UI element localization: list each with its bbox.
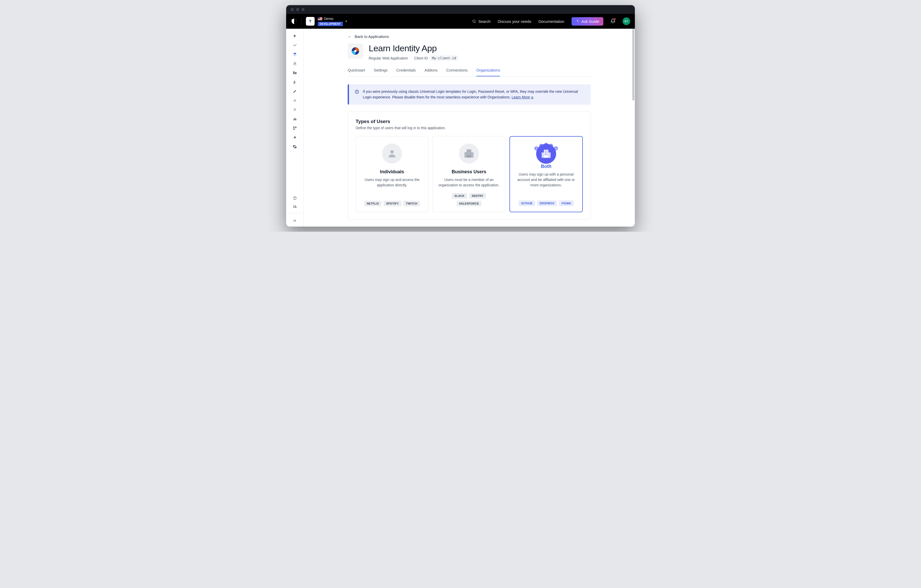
svg-point-37 — [536, 148, 537, 149]
card-icon — [459, 143, 479, 164]
tab-connections[interactable]: Connections — [446, 68, 467, 76]
sidebar-item-authentication[interactable] — [290, 60, 300, 67]
info-callout: If you were previously using classic Uni… — [348, 84, 591, 105]
tab-organizations[interactable]: Organizations — [477, 68, 500, 76]
search-label: Search — [478, 19, 490, 24]
scrollbar[interactable] — [632, 29, 635, 101]
sidebar-item-applications[interactable] — [290, 51, 300, 58]
topbar: T Demo DEVELOPMENT ▼ Search Discuss your… — [286, 14, 635, 29]
svg-rect-31 — [468, 151, 469, 151]
sidebar-help[interactable] — [290, 195, 300, 202]
user-type-card-both[interactable]: BothUsers may sign up with a personal ac… — [509, 136, 583, 212]
env-badge: DEVELOPMENT — [318, 22, 343, 26]
user-avatar[interactable]: BY — [623, 18, 630, 25]
sidebar-item-security[interactable] — [290, 97, 300, 104]
sidebar-item-monitoring[interactable] — [290, 115, 300, 122]
example-pill: GITHUB — [519, 200, 535, 206]
tenant-badge[interactable]: T — [306, 17, 315, 26]
svg-rect-32 — [469, 151, 470, 151]
discuss-link[interactable]: Discuss your needs — [498, 19, 531, 24]
example-pill: FIGMA — [559, 200, 574, 206]
svg-rect-17 — [295, 138, 295, 139]
svg-point-7 — [293, 99, 296, 102]
section-subtitle: Define the type of users that will log i… — [356, 126, 583, 130]
callout-body: If you were previously using classic Uni… — [363, 89, 578, 99]
documentation-link[interactable]: Documentation — [539, 19, 565, 24]
svg-point-0 — [473, 20, 475, 22]
sidebar-feedback[interactable] — [290, 203, 300, 210]
example-pill: TWITCH — [404, 201, 420, 206]
card-examples: NETFLIXSPOTIFYTWITCH — [364, 201, 420, 206]
body: + ›› ← Back to Applications — [286, 29, 635, 227]
svg-point-23 — [354, 50, 356, 52]
main-content: ← Back to Applications Learn Identity Ap… — [304, 29, 635, 227]
user-type-card-business-users[interactable]: Business UsersUsers must be a member of … — [433, 136, 505, 212]
tenant-name: Demo — [324, 17, 333, 21]
card-title: Individuals — [380, 169, 404, 175]
sidebar-item-users[interactable] — [290, 78, 300, 86]
sidebar-expand[interactable]: ›› — [290, 217, 300, 224]
application-type: Regular Web Application — [369, 56, 408, 60]
svg-point-26 — [356, 91, 357, 91]
svg-point-6 — [295, 81, 296, 82]
card-title: Both — [541, 164, 552, 169]
sidebar-item-branding[interactable] — [290, 88, 300, 95]
chevron-down-icon[interactable]: ▼ — [345, 20, 348, 23]
svg-rect-50 — [547, 154, 548, 155]
app-window: T Demo DEVELOPMENT ▼ Search Discuss your… — [286, 5, 635, 227]
svg-rect-48 — [547, 153, 548, 154]
application-title: Learn Identity App — [369, 43, 458, 53]
svg-point-5 — [294, 81, 295, 82]
back-to-applications-link[interactable]: ← Back to Applications — [348, 29, 591, 43]
example-pill: SLACK — [452, 193, 467, 199]
user-type-cards: IndividualsUsers may sign up and access … — [356, 136, 583, 212]
sidebar-item-activity[interactable] — [290, 42, 300, 49]
client-id-value: My-client-id — [430, 55, 458, 61]
svg-rect-36 — [469, 154, 470, 155]
application-header: Learn Identity App Regular Web Applicati… — [348, 43, 591, 61]
application-meta: Regular Web Application Client ID My-cli… — [369, 55, 458, 61]
sidebar-item-getting-started[interactable] — [290, 32, 300, 39]
svg-rect-8 — [293, 119, 294, 120]
card-examples: SLACKSENTRYSALESFORCE — [438, 193, 500, 206]
tab-quickstart[interactable]: Quickstart — [348, 68, 365, 76]
svg-rect-35 — [468, 154, 469, 155]
tab-credentials[interactable]: Credentials — [396, 68, 416, 76]
svg-rect-45 — [545, 151, 546, 152]
user-type-card-individuals[interactable]: IndividualsUsers may sign up and access … — [356, 136, 428, 212]
tenant-selector[interactable]: Demo DEVELOPMENT — [318, 17, 343, 26]
card-title: Business Users — [452, 169, 486, 175]
svg-text:+: + — [295, 128, 296, 130]
sidebar: + ›› — [286, 29, 304, 227]
ask-guide-label: Ask Guide — [581, 19, 599, 24]
svg-rect-4 — [295, 72, 296, 74]
sidebar-item-extensions[interactable] — [290, 134, 300, 141]
svg-rect-16 — [295, 136, 295, 137]
card-description: Users may sign up and access the applica… — [361, 177, 423, 188]
sidebar-item-actions[interactable] — [290, 106, 300, 113]
svg-rect-47 — [545, 153, 546, 154]
svg-rect-29 — [465, 152, 467, 158]
notification-dot — [614, 18, 616, 20]
ask-guide-button[interactable]: Ask Guide — [571, 17, 603, 26]
tab-settings[interactable]: Settings — [374, 68, 388, 76]
sidebar-item-settings[interactable] — [290, 143, 300, 150]
tab-addons[interactable]: Addons — [425, 68, 438, 76]
client-id-label: Client ID — [414, 56, 428, 60]
example-pill: SPOTIFY — [384, 201, 401, 206]
tabs: QuickstartSettingsCredentialsAddonsConne… — [348, 68, 591, 76]
sidebar-item-marketplace[interactable]: + — [290, 125, 300, 132]
search-trigger[interactable]: Search — [472, 19, 490, 24]
example-pill: SALESFORCE — [456, 201, 482, 206]
search-icon — [472, 19, 476, 23]
notifications-button[interactable] — [610, 18, 615, 24]
sidebar-item-organizations[interactable] — [290, 69, 300, 76]
svg-line-1 — [475, 22, 476, 23]
callout-learn-more-link[interactable]: Learn More ⧉ — [512, 95, 534, 99]
section-title: Types of Users — [356, 119, 583, 124]
svg-rect-30 — [471, 152, 474, 158]
svg-point-41 — [556, 148, 557, 149]
window-dot — [291, 8, 294, 11]
sidebar-bottom: ›› — [286, 195, 303, 224]
window-titlebar — [286, 5, 635, 14]
